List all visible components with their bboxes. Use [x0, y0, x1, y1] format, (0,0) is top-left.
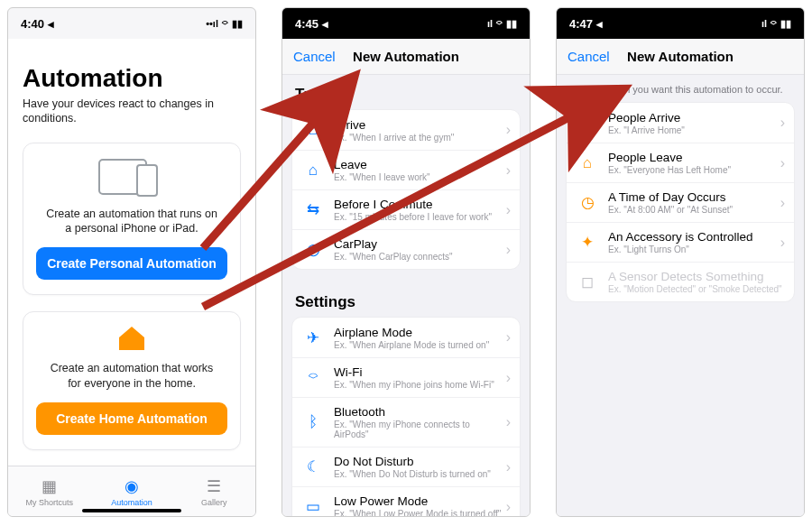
- row-leave[interactable]: ⌂ LeaveEx. "When I leave work" ›: [292, 150, 520, 189]
- chevron-right-icon: ›: [780, 235, 785, 251]
- clock-icon: ◷: [576, 193, 599, 212]
- devices-illustration: [36, 156, 227, 198]
- bluetooth-icon: ᛒ: [301, 413, 325, 431]
- wifi-icon: ⌔: [496, 18, 503, 29]
- home-automation-card: Create an automation that works for ever…: [23, 311, 241, 450]
- signal-icon: ıl: [761, 18, 767, 29]
- accessory-icon: ✦: [576, 233, 599, 252]
- status-indicators: ••ıl ⌔ ▮▮: [206, 18, 243, 30]
- status-time: 4:47 ◂: [569, 17, 603, 31]
- nav-bar: Cancel New Automation: [557, 39, 804, 75]
- nav-title: New Automation: [627, 49, 734, 64]
- chevron-right-icon: ›: [506, 499, 511, 515]
- battery-icon: ▮▮: [506, 18, 517, 30]
- row-arrive[interactable]: ⌂ ArriveEx. "When I arrive at the gym" ›: [292, 110, 520, 150]
- status-indicators: ıl ⌔ ▮▮: [761, 18, 791, 30]
- battery-icon: ▮▮: [232, 18, 243, 30]
- commute-icon: ⇆: [301, 200, 325, 219]
- trigger-list: ⌂ People ArriveEx. "I Arrive Home" › ⌂ P…: [566, 102, 795, 302]
- cancel-button[interactable]: Cancel: [567, 49, 610, 64]
- screen-automation-start: 4:40 ◂ ••ıl ⌔ ▮▮ Automation Have your de…: [7, 7, 256, 517]
- screen-new-automation-personal: 4:45 ◂ ıl ⌔ ▮▮ Cancel New Automation Tra…: [281, 7, 531, 517]
- chevron-right-icon: ›: [506, 370, 511, 386]
- chevron-right-icon: ›: [506, 414, 511, 430]
- screen-new-automation-home: 4:47 ◂ ıl ⌔ ▮▮ Cancel New Automation Cho…: [556, 7, 805, 517]
- row-accessory-controlled[interactable]: ✦ An Accessory is ControlledEx. "Light T…: [567, 222, 794, 262]
- carplay-icon: ◎: [301, 240, 325, 259]
- chevron-right-icon: ›: [506, 329, 511, 346]
- section-description: Choose when you want this automation to …: [557, 75, 804, 102]
- wifi-icon: ⌔: [222, 18, 228, 29]
- chevron-right-icon: ›: [506, 202, 511, 218]
- chevron-right-icon: ›: [506, 162, 511, 179]
- tab-gallery[interactable]: ☰ Gallery: [173, 466, 255, 516]
- notch: [352, 8, 460, 28]
- status-time: 4:40 ◂: [21, 17, 54, 31]
- status-bar: 4:40 ◂ ••ıl ⌔ ▮▮: [8, 8, 255, 39]
- row-before-commute[interactable]: ⇆ Before I CommuteEx. "15 minutes before…: [292, 189, 520, 229]
- section-header-settings: Settings: [282, 282, 530, 317]
- svg-rect-1: [137, 165, 157, 196]
- home-card-text: Create an automation that works for ever…: [36, 361, 227, 392]
- create-personal-automation-button[interactable]: Create Personal Automation: [36, 247, 227, 280]
- chevron-right-icon: ›: [506, 459, 511, 475]
- page-title: Automation: [23, 64, 241, 93]
- battery-icon: ▮▮: [780, 18, 791, 30]
- section-header-travel: Travel: [282, 75, 530, 109]
- settings-list: ✈ Airplane ModeEx. "When Airplane Mode i…: [291, 317, 521, 516]
- house-icon: [116, 325, 147, 352]
- automation-icon: ◉: [125, 476, 139, 496]
- gallery-icon: ☰: [207, 476, 221, 496]
- wifi-icon: ⌔: [301, 369, 325, 387]
- cancel-button[interactable]: Cancel: [293, 49, 336, 64]
- row-sensor-detects: ◻ A Sensor Detects SomethingEx. "Motion …: [567, 262, 794, 301]
- row-airplane-mode[interactable]: ✈ Airplane ModeEx. "When Airplane Mode i…: [292, 318, 520, 357]
- chevron-right-icon: ›: [506, 242, 511, 258]
- moon-icon: ☾: [301, 457, 325, 476]
- home-indicator: [82, 509, 181, 512]
- status-indicators: ıl ⌔ ▮▮: [487, 18, 517, 30]
- person-leave-icon: ⌂: [576, 154, 599, 172]
- row-wifi[interactable]: ⌔ Wi-FiEx. "When my iPhone joins home Wi…: [292, 357, 520, 397]
- chevron-right-icon: ›: [780, 155, 785, 171]
- chevron-right-icon: ›: [780, 115, 785, 131]
- row-do-not-disturb[interactable]: ☾ Do Not DisturbEx. "When Do Not Disturb…: [292, 447, 520, 486]
- row-low-power-mode[interactable]: ▭ Low Power ModeEx. "When Low Power Mode…: [292, 486, 520, 516]
- personal-card-text: Create an automation that runs on a pers…: [36, 207, 227, 237]
- signal-icon: ••ıl: [206, 18, 218, 29]
- sensor-icon: ◻: [576, 272, 599, 291]
- row-people-leave[interactable]: ⌂ People LeaveEx. "Everyone Has Left Hom…: [567, 143, 794, 182]
- nav-title: New Automation: [353, 49, 459, 64]
- tab-my-shortcuts[interactable]: ▦ My Shortcuts: [8, 466, 90, 516]
- person-arrive-icon: ⌂: [576, 114, 599, 132]
- status-time: 4:45 ◂: [295, 17, 328, 31]
- arrive-icon: ⌂: [301, 121, 325, 139]
- row-bluetooth[interactable]: ᛒ BluetoothEx. "When my iPhone connects …: [292, 397, 520, 447]
- row-carplay[interactable]: ◎ CarPlayEx. "When CarPlay connects" ›: [292, 229, 520, 269]
- airplane-icon: ✈: [301, 328, 325, 347]
- chevron-right-icon: ›: [506, 122, 511, 138]
- create-home-automation-button[interactable]: Create Home Automation: [36, 402, 227, 435]
- battery-low-icon: ▭: [301, 497, 325, 516]
- wifi-icon: ⌔: [770, 18, 777, 29]
- row-time-of-day[interactable]: ◷ A Time of Day OccursEx. "At 8:00 AM" o…: [567, 182, 794, 222]
- signal-icon: ıl: [487, 18, 493, 29]
- leave-icon: ⌂: [301, 161, 325, 180]
- row-people-arrive[interactable]: ⌂ People ArriveEx. "I Arrive Home" ›: [567, 103, 794, 143]
- personal-automation-card: Create an automation that runs on a pers…: [23, 143, 241, 296]
- chevron-right-icon: ›: [780, 195, 785, 211]
- page-subtitle: Have your devices react to changes in co…: [23, 97, 241, 126]
- travel-list: ⌂ ArriveEx. "When I arrive at the gym" ›…: [291, 109, 521, 270]
- nav-bar: Cancel New Automation: [282, 39, 530, 75]
- notch: [626, 8, 734, 28]
- grid-icon: ▦: [42, 476, 57, 496]
